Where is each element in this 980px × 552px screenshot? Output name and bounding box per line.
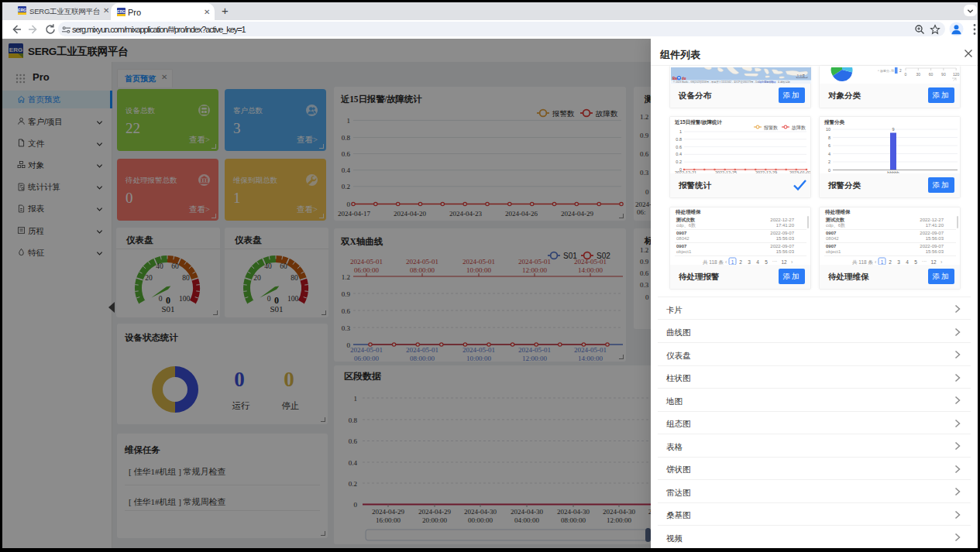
svg-text:15:56:03: 15:56:03: [926, 249, 944, 254]
svg-text:4: 4: [756, 259, 759, 265]
svg-text:17:41:20: 17:41:20: [776, 223, 795, 228]
svg-text:0: 0: [828, 168, 830, 173]
svg-text:12: 12: [781, 259, 787, 265]
svg-text:测试次数: 测试次数: [676, 217, 696, 223]
svg-text:0907: 0907: [676, 244, 687, 249]
svg-text:08042: 08042: [826, 236, 839, 241]
svg-text:120: 120: [953, 72, 960, 77]
svg-text:17:41:20: 17:41:20: [926, 223, 944, 228]
svg-text:0: 0: [905, 72, 907, 77]
svg-text:2022-12-27: 2022-12-27: [770, 218, 794, 222]
svg-text:‹: ‹: [875, 259, 877, 265]
svg-text:5: 5: [914, 259, 917, 265]
svg-text:2: 2: [828, 159, 830, 164]
svg-text:›: ›: [940, 259, 943, 265]
svg-text:待处理维保: 待处理维保: [824, 209, 851, 215]
svg-text:故障数: 故障数: [792, 125, 806, 131]
svg-text:报警分类: 报警分类: [824, 119, 845, 125]
svg-text:8: 8: [828, 135, 830, 140]
svg-text:0907: 0907: [826, 244, 837, 249]
svg-text:0907: 0907: [676, 231, 687, 235]
svg-text:9: 9: [892, 127, 894, 132]
svg-text:du: du: [682, 77, 686, 81]
svg-text:‹: ‹: [725, 259, 727, 265]
svg-text:···: ···: [772, 259, 778, 264]
svg-text:2: 2: [739, 259, 742, 265]
svg-text:08042: 08042: [676, 236, 689, 241]
svg-text:···: ···: [922, 259, 927, 264]
svg-text:近15日报警/故障统计: 近15日报警/故障统计: [674, 119, 723, 125]
svg-text:12: 12: [930, 259, 937, 265]
svg-text:ERG: ERG: [18, 8, 26, 12]
svg-text:3: 3: [897, 259, 900, 265]
svg-text:10: 10: [826, 127, 830, 132]
svg-text:cdp、6数: cdp、6数: [826, 223, 845, 228]
svg-text:15:56:03: 15:56:03: [776, 236, 795, 241]
svg-text:6: 6: [828, 143, 830, 148]
svg-text:5: 5: [765, 259, 768, 265]
svg-text:0.8: 0.8: [676, 137, 682, 142]
svg-text:90: 90: [941, 72, 946, 77]
svg-text:object1: object1: [676, 249, 692, 254]
svg-text:cdp、6数: cdp、6数: [676, 223, 696, 228]
svg-text:5 公里: 5 公里: [797, 74, 805, 77]
svg-text:0.6: 0.6: [676, 145, 682, 149]
svg-text:15:56:03: 15:56:03: [926, 236, 944, 241]
svg-text:报警数: 报警数: [763, 125, 778, 131]
svg-text:2: 2: [889, 259, 892, 265]
svg-text:2022-12-27: 2022-12-27: [920, 218, 944, 222]
svg-text:0907: 0907: [826, 231, 837, 235]
svg-text:60: 60: [929, 72, 934, 77]
svg-text:2: 2: [899, 69, 902, 73]
svg-text:15:56:03: 15:56:03: [776, 249, 795, 254]
svg-text:30: 30: [916, 72, 921, 77]
svg-text:object1: object1: [826, 249, 841, 254]
svg-text:1: 1: [679, 129, 682, 134]
svg-text:2022-09-07: 2022-09-07: [770, 244, 794, 249]
svg-text:ERG: ERG: [117, 9, 126, 14]
svg-text:2022-09-07: 2022-09-07: [770, 231, 794, 235]
svg-text:0.2: 0.2: [676, 159, 682, 164]
svg-text:待处理维保: 待处理维保: [675, 209, 701, 215]
svg-text:0.4: 0.4: [676, 152, 682, 156]
svg-text:1: 1: [881, 259, 884, 265]
svg-text:›: ›: [791, 259, 793, 265]
svg-text:2022-09-07: 2022-09-07: [920, 231, 944, 235]
svg-text:测试次数: 测试次数: [825, 217, 845, 223]
svg-text:4: 4: [828, 152, 830, 156]
svg-text:2022-09-07: 2022-09-07: [920, 244, 944, 249]
svg-text:4: 4: [906, 259, 909, 265]
svg-text:3: 3: [748, 259, 751, 265]
svg-text:^ 标签分..我: ^ 标签分..我: [878, 69, 894, 74]
svg-text:1: 1: [731, 259, 734, 265]
